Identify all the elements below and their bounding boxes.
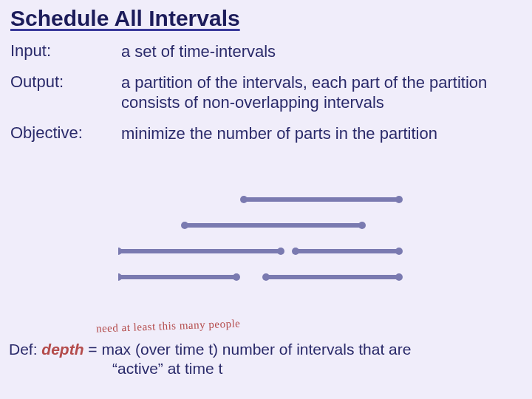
- row-input: Input: a set of time-intervals: [10, 41, 522, 62]
- interval-endpoint: [358, 222, 366, 229]
- def-line1: = max (over time t) number of intervals …: [84, 341, 412, 358]
- objective-label: Objective:: [10, 123, 121, 143]
- def-prefix: Def:: [9, 341, 41, 358]
- output-label: Output:: [10, 72, 121, 92]
- interval-endpoint: [292, 248, 299, 255]
- def-depth-word: depth: [41, 341, 83, 358]
- input-value: a set of time-intervals: [121, 41, 522, 62]
- handwritten-annotation: need at least this many people: [96, 318, 241, 335]
- objective-value: minimize the number of parts in the part…: [121, 123, 522, 144]
- interval-endpoint: [233, 273, 240, 281]
- def-line2: “active” at time t: [9, 359, 523, 378]
- interval-endpoint: [395, 196, 403, 203]
- interval-diagram: [118, 192, 414, 310]
- interval-endpoint: [240, 196, 248, 203]
- row-output: Output: a partition of the intervals, ea…: [10, 72, 522, 113]
- input-label: Input:: [10, 41, 121, 61]
- interval-endpoint: [118, 248, 122, 255]
- row-objective: Objective: minimize the number of parts …: [10, 123, 522, 144]
- output-value: a partition of the intervals, each part …: [121, 72, 522, 113]
- interval-endpoint: [262, 273, 270, 281]
- interval-endpoint: [395, 273, 403, 281]
- interval-endpoint: [181, 222, 188, 229]
- definition-text: Def: depth = max (over time t) number of…: [9, 340, 523, 379]
- interval-endpoint: [118, 273, 122, 281]
- interval-endpoint: [277, 248, 284, 255]
- slide-title: Schedule All Intervals: [10, 6, 522, 31]
- interval-endpoint: [395, 248, 403, 255]
